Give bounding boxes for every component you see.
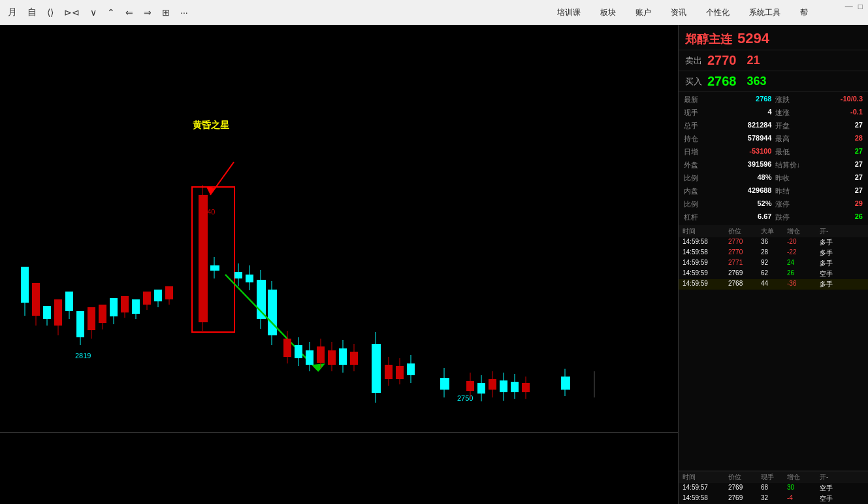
svg-rect-100 xyxy=(440,378,449,390)
svg-rect-113 xyxy=(500,380,507,392)
trade-time: 14:59:58 xyxy=(683,238,728,247)
nav-news[interactable]: 资讯 xyxy=(667,6,690,20)
maximize-icon[interactable]: □ xyxy=(858,2,863,11)
svg-rect-97 xyxy=(407,363,415,375)
main-layout: k线图解析，技术分析 k线图 xyxy=(0,25,868,504)
svg-rect-11 xyxy=(54,299,62,326)
stat-label-0: 最新 xyxy=(683,93,728,106)
stat-label-9: 最低 xyxy=(774,146,819,158)
trade-time: 14:59:59 xyxy=(683,280,728,289)
toolbar-auto[interactable]: 自 xyxy=(25,5,39,20)
svg-rect-73 xyxy=(306,350,313,365)
trade-change: 26 xyxy=(787,269,820,278)
trade-row: 14:59:58 2770 28 -22 多手 xyxy=(679,248,868,258)
minimize-icon[interactable]: — xyxy=(845,2,853,11)
trade-row: 14:59:58 2769 32 -4 空手 xyxy=(679,494,868,504)
stat-label-18: 杠杆 xyxy=(683,211,728,224)
col-change-1: 增仓 xyxy=(787,227,820,236)
trade-change: 30 xyxy=(787,484,820,493)
stat-value-3: -0.1 xyxy=(819,107,864,119)
svg-rect-85 xyxy=(350,352,358,365)
stat-label-1: 涨跌 xyxy=(774,93,819,106)
trade-row: 14:59:59 2771 92 24 多手 xyxy=(679,258,868,269)
trade-type: 空手 xyxy=(820,269,846,278)
svg-rect-59 xyxy=(257,280,266,319)
buy-row: 买入 2768 363 xyxy=(679,71,868,92)
toolbar-icon9[interactable]: ⊞ xyxy=(159,6,172,19)
toolbar-icon7[interactable]: ⇐ xyxy=(123,6,136,19)
trade-list-2-header: 时间 价位 现手 增仓 开- xyxy=(679,471,868,483)
stat-value-0: 2768 xyxy=(728,93,773,106)
trade-type: 空手 xyxy=(820,494,846,503)
trade-size: 28 xyxy=(761,248,787,258)
svg-rect-14 xyxy=(65,292,73,311)
sell-label: 卖出 xyxy=(685,55,702,67)
nav-account[interactable]: 账户 xyxy=(632,6,655,20)
trade-time: 14:59:59 xyxy=(683,269,728,278)
trade-size: 68 xyxy=(761,484,787,493)
trade-type: 多手 xyxy=(820,280,846,289)
nav-training[interactable]: 培训课 xyxy=(553,6,585,20)
stat-label-13: 昨收 xyxy=(774,172,819,184)
svg-rect-67 xyxy=(283,339,291,357)
toolbar-more[interactable]: ··· xyxy=(178,6,191,19)
stat-label-19: 跌停 xyxy=(774,211,819,224)
trade-type: 空手 xyxy=(820,484,846,493)
trade-time: 14:59:58 xyxy=(683,494,728,503)
nav-system[interactable]: 系统工具 xyxy=(745,6,784,20)
nav-sector[interactable]: 板块 xyxy=(596,6,620,20)
trade-list-1-header: 时间 价位 大单 增仓 开- xyxy=(679,226,868,237)
trade-price: 2771 xyxy=(728,259,761,268)
col-time-1: 时间 xyxy=(683,227,728,236)
svg-rect-30 xyxy=(121,296,129,312)
trade-time: 14:59:58 xyxy=(683,248,728,258)
trade-size: 36 xyxy=(761,238,787,247)
stat-label-17: 涨停 xyxy=(774,198,819,210)
stat-label-11: 结算价↓ xyxy=(774,159,819,171)
stat-value-19: 26 xyxy=(819,211,864,224)
trade-row: 14:59:58 2770 36 -20 多手 xyxy=(679,237,868,248)
toolbar-icon5[interactable]: ∨ xyxy=(88,6,99,19)
svg-rect-36 xyxy=(143,292,151,305)
trade-price: 2768 xyxy=(728,280,761,289)
stat-value-17: 29 xyxy=(819,198,864,210)
col-price-2: 价位 xyxy=(728,473,761,482)
buy-vol: 363 xyxy=(742,75,767,88)
svg-rect-42 xyxy=(165,286,173,299)
nav-personalize[interactable]: 个性化 xyxy=(702,6,733,20)
trade-change: -22 xyxy=(787,248,820,258)
toolbar-icon6[interactable]: ⌃ xyxy=(104,6,118,19)
svg-rect-56 xyxy=(246,275,253,282)
trade-change: -20 xyxy=(787,238,820,247)
svg-rect-53 xyxy=(234,272,242,278)
stat-value-8: -53100 xyxy=(728,146,773,158)
stat-value-6: 578944 xyxy=(728,133,773,145)
toolbar-icon4[interactable]: ⊳⊲ xyxy=(61,6,82,19)
toolbar-month[interactable]: 月 xyxy=(5,5,20,20)
col-type-1: 开- xyxy=(820,227,846,236)
trade-change: -4 xyxy=(787,494,820,503)
svg-rect-62 xyxy=(268,290,277,335)
top-bar: 月 自 ⟨⟩ ⊳⊲ ∨ ⌃ ⇐ ⇒ ⊞ ··· 培训课 板块 账户 资讯 个性化… xyxy=(0,0,868,25)
svg-rect-70 xyxy=(295,345,302,358)
svg-rect-82 xyxy=(339,348,347,365)
nav-help[interactable]: 帮 xyxy=(796,6,812,20)
window-controls[interactable]: — □ xyxy=(840,0,868,13)
trade-size: 62 xyxy=(761,269,787,278)
trade-size: 32 xyxy=(761,494,787,503)
trade-change: -36 xyxy=(787,280,820,289)
stock-name: 郑醇主连 xyxy=(685,31,732,47)
chart-area[interactable]: k线图解析，技术分析 k线图 xyxy=(0,25,679,504)
stat-label-15: 昨结 xyxy=(774,185,819,197)
bid-ask-section: 卖出 2770 21 xyxy=(679,50,868,71)
col-change-2: 增仓 xyxy=(787,473,820,482)
svg-rect-119 xyxy=(522,383,530,392)
stock-price: 5294 xyxy=(737,30,769,47)
trade-type: 多手 xyxy=(820,248,846,258)
svg-rect-94 xyxy=(396,366,404,379)
stats-grid: 最新 2768 涨跌 -10/0.3 现手 4 速涨 -0.1 总手 82128… xyxy=(679,92,868,226)
trade-price: 2769 xyxy=(728,269,761,278)
toolbar-icon3[interactable]: ⟨⟩ xyxy=(44,6,56,19)
oscillator-panel xyxy=(0,432,678,504)
toolbar-icon8[interactable]: ⇒ xyxy=(141,6,154,19)
